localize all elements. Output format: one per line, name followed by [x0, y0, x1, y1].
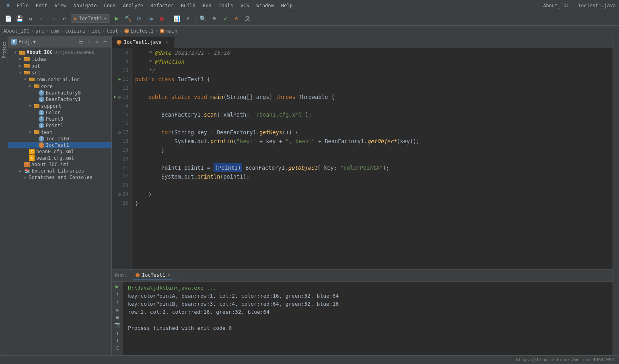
- code-editor[interactable]: 8 9 10 ▶ 11 12 ▶ ◇ 13 14 15 16 ◇ 17: [112, 48, 613, 269]
- menu-code[interactable]: Code: [101, 2, 119, 9]
- run-tab-more[interactable]: ›: [177, 273, 180, 278]
- menu-view[interactable]: View: [51, 2, 70, 9]
- tree-out[interactable]: ▶ out: [8, 62, 111, 69]
- tree-test[interactable]: ▼ test: [8, 129, 111, 136]
- svg-rect-13: [34, 104, 36, 105]
- tree-ioctest1[interactable]: ▶ C IocTest1: [8, 142, 111, 148]
- run-settings-btn[interactable]: ⚙: [113, 307, 121, 313]
- build-btn[interactable]: 🔨: [123, 14, 133, 23]
- panel-locate-btn[interactable]: ☰: [78, 39, 84, 45]
- stop-btn[interactable]: ■: [157, 14, 167, 23]
- panel-settings-btn[interactable]: ⚙: [94, 39, 100, 45]
- project-tab-btn[interactable]: Project: [1, 38, 7, 62]
- output-line-3: key:colorPointB, bean:row:3, col:4, colo…: [128, 300, 608, 308]
- run-camera-btn[interactable]: 📷: [113, 322, 121, 327]
- back-btn[interactable]: ←: [37, 14, 47, 23]
- root-path: D:\java\JavaWeb: [54, 50, 94, 55]
- breadcrumb-item-test[interactable]: test: [107, 28, 118, 34]
- run-tab-close[interactable]: ×: [168, 273, 170, 277]
- ext-icon: 📚: [24, 168, 30, 174]
- svg-rect-5: [24, 64, 27, 65]
- tree-core[interactable]: ▼ core: [8, 83, 111, 90]
- code-line-16: [135, 119, 609, 128]
- ln-11: ▶ 11: [115, 75, 128, 84]
- tree-idea[interactable]: ▶ .idea: [8, 56, 111, 62]
- panel-close-btn[interactable]: ─: [102, 39, 108, 45]
- translate-btn[interactable]: 文: [243, 14, 253, 23]
- tab-close-btn[interactable]: ×: [164, 39, 170, 45]
- tree-root[interactable]: ▼ About_IOC D:\java\JavaWeb: [8, 49, 111, 56]
- run-scroll-down-btn[interactable]: ↓: [113, 298, 121, 304]
- inspect-btn[interactable]: ✔: [220, 14, 230, 23]
- run-scroll-up-btn[interactable]: ↑: [113, 291, 121, 297]
- new-file-btn[interactable]: 📄: [3, 14, 13, 23]
- find-btn[interactable]: ⊕: [209, 14, 219, 23]
- menu-run[interactable]: Run: [199, 2, 215, 9]
- profiler-btn[interactable]: ⚡: [183, 14, 193, 23]
- run2-btn[interactable]: ↩▶: [146, 14, 155, 23]
- run-more-btn[interactable]: ≡: [113, 315, 121, 320]
- sync2-btn[interactable]: ⟳: [134, 14, 144, 23]
- tree-bean1xml[interactable]: ▶ X bean1.cfg.xml: [8, 155, 111, 161]
- save-btn[interactable]: 💾: [14, 14, 24, 23]
- menu-file[interactable]: File: [14, 2, 32, 9]
- sync-btn[interactable]: ↺: [26, 14, 35, 23]
- breadcrumb-item-coisini[interactable]: coisini: [65, 28, 86, 34]
- tree-beanfactory1[interactable]: ▶ C BeanFactory1: [8, 96, 111, 103]
- undo-btn[interactable]: ↩: [60, 14, 69, 23]
- menu-navigate[interactable]: Navigate: [70, 2, 100, 9]
- tree-beanfactory0[interactable]: ▶ C BeanFactory0: [8, 90, 111, 96]
- run-down2-btn[interactable]: ⬇: [113, 338, 121, 343]
- forward-btn[interactable]: →: [48, 14, 58, 23]
- menu-help[interactable]: Help: [278, 2, 296, 9]
- menu-analyze[interactable]: Analyze: [119, 2, 146, 9]
- beanfactory1-label: BeanFactory1: [46, 97, 81, 102]
- menu-vcs[interactable]: VCS: [237, 2, 253, 9]
- bottom-tab-ioctest1[interactable]: IocTest1 ×: [133, 271, 173, 280]
- breadcrumb-item-ioc[interactable]: ioc: [92, 28, 101, 34]
- tree-package[interactable]: ▼ com.coisini.ioc: [8, 76, 111, 83]
- menu-window[interactable]: Window: [253, 2, 277, 9]
- panel-icon: P: [11, 39, 17, 45]
- window-title: About_IOC - IocTest1.java: [543, 3, 616, 8]
- code-line-12: [135, 84, 609, 93]
- menu-refactor[interactable]: Refactor: [147, 2, 177, 9]
- code-content[interactable]: * @date 2021/2/21 - 16:10 * @function */…: [132, 48, 613, 269]
- run-print-btn[interactable]: 🖨: [113, 345, 121, 351]
- tree-ioctest0[interactable]: ▶ C IocTest0: [8, 136, 111, 142]
- run-restart-btn[interactable]: ▶: [113, 283, 121, 290]
- breadcrumb-item-com[interactable]: com: [50, 28, 59, 34]
- tree-external[interactable]: ▶ 📚 External Libraries: [8, 168, 111, 174]
- tree-point1[interactable]: ▶ C Point1: [8, 122, 111, 129]
- breadcrumb-item-class[interactable]: C IocTest1: [124, 28, 154, 34]
- core-folder-icon: [34, 83, 39, 89]
- panel-collapse-btn[interactable]: ≡: [86, 39, 92, 45]
- tab-ioctest1[interactable]: C IocTest1.java ×: [112, 37, 175, 48]
- svg-rect-11: [34, 84, 36, 86]
- run-config[interactable]: ▶ IocTest1 ▾: [71, 14, 110, 23]
- root-folder-icon: [19, 49, 25, 55]
- scratches-label: Scratches and Consoles: [29, 175, 93, 180]
- search-btn[interactable]: 🔍: [198, 14, 208, 23]
- tree-support[interactable]: ▼ support: [8, 103, 111, 109]
- tree-point0[interactable]: ▶ C Point0: [8, 116, 111, 122]
- tree-bean0xml[interactable]: ▶ X bean0.cfg.xml: [8, 148, 111, 155]
- run-btn[interactable]: ▶: [112, 14, 121, 23]
- help-btn[interactable]: ⊘: [232, 14, 241, 23]
- tree-src[interactable]: ▼ src: [8, 69, 111, 76]
- breadcrumb-item-project[interactable]: About_IOC: [3, 28, 29, 34]
- tree-iml[interactable]: ▶ I About_IOC.iml: [8, 161, 111, 168]
- coverage-btn[interactable]: 📊: [172, 14, 181, 23]
- menu-tools[interactable]: Tools: [216, 2, 236, 9]
- tree-color[interactable]: ▶ C Color: [8, 109, 111, 116]
- run-up2-btn[interactable]: ⬆: [113, 331, 121, 336]
- breadcrumb-item-method[interactable]: m main: [160, 28, 177, 34]
- tree-scratches[interactable]: ▶ ✏ Scratches and Consoles: [8, 174, 111, 181]
- run-toolbar: ▶ ↑ ↓ ⚙ ≡ 📷 ⬆ ⬇ 🖨 🗑: [112, 282, 123, 355]
- menu-build[interactable]: Build: [178, 2, 199, 9]
- menu-edit[interactable]: Edit: [33, 2, 51, 9]
- tab-class-icon: C: [117, 40, 121, 45]
- toolbar: 📄 💾 ↺ ← → ↩ ▶ IocTest1 ▾ ▶ 🔨 ⟳ ↩▶ ■ 📊 ⚡ …: [0, 11, 619, 26]
- breadcrumb-item-src[interactable]: src: [35, 28, 44, 34]
- svg-rect-1: [19, 51, 22, 52]
